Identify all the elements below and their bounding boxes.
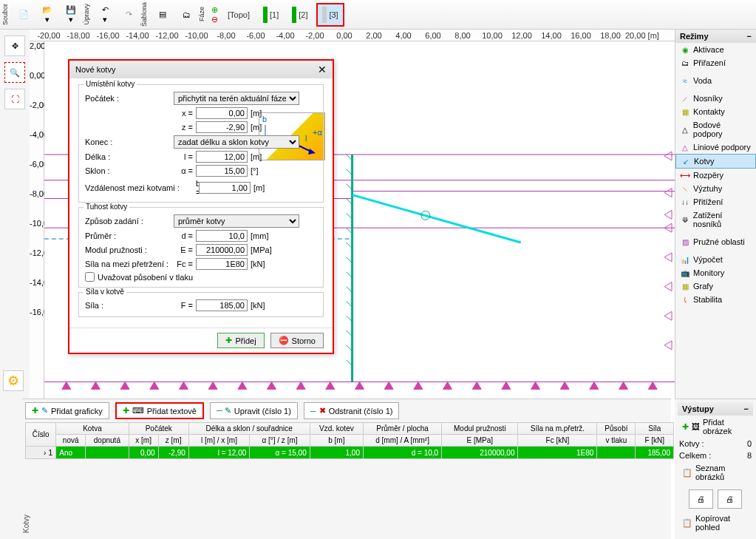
svg-marker-28 [150, 382, 159, 389]
image-list-button[interactable]: 📋 Seznam obrázků [678, 461, 753, 484]
remove-button[interactable]: ─ ✖Odstranit (číslo 1) [304, 402, 400, 419]
mode-monitory[interactable]: 📺Monitory [675, 266, 756, 279]
svg-marker-31 [238, 382, 247, 389]
mode-liniove[interactable]: △Liniové podpory [675, 140, 756, 154]
modulus-input[interactable] [196, 244, 248, 256]
close-icon[interactable]: ✕ [318, 64, 327, 75]
col-sila: Síla [636, 423, 674, 435]
svg-marker-35 [355, 382, 364, 389]
mode-aktivace[interactable]: ◉Aktivace [675, 43, 756, 56]
mode-prirazeni[interactable]: 🗂Přiřazení [675, 56, 756, 70]
end-select[interactable]: zadat délku a sklon kotvy [174, 135, 299, 149]
svg-marker-40 [502, 382, 511, 389]
new-anchors-dialog: Nové kotvy ✕ b[x,z]l+α Umístění kotvy Po… [68, 59, 334, 354]
menu-upravy[interactable]: Úpravy [83, 4, 90, 25]
col-delka: Délka a sklon / souřadnice [188, 423, 310, 435]
bottom-panel: ✚ ✎Přidat graficky ✚⌨Přidat textově ─ ✎U… [22, 399, 671, 539]
edit-button[interactable]: ─ ✎Upravit (číslo 1) [210, 402, 298, 419]
svg-marker-48 [664, 210, 672, 219]
svg-marker-29 [180, 382, 188, 389]
compression-checkbox[interactable] [85, 272, 95, 282]
col-pocatek: Počátek [129, 423, 188, 435]
diameter-input[interactable] [196, 230, 248, 242]
outputs-title: Výstupy [682, 404, 714, 413]
svg-marker-42 [560, 382, 569, 389]
redo-icon[interactable]: ↷ [118, 2, 140, 27]
zoom-tool-icon[interactable]: 🔍 [4, 62, 25, 83]
new-file-icon[interactable]: 📄 [13, 2, 35, 27]
mode-vyztuhy[interactable]: ⟍Výztuhy [675, 182, 756, 195]
svg-marker-38 [443, 382, 452, 389]
svg-marker-43 [590, 382, 599, 389]
svg-marker-37 [414, 382, 423, 389]
mode-zatizeni[interactable]: ⟱Zatížení nosníků [675, 209, 756, 231]
col-modul: Modul pružnosti [442, 423, 518, 435]
svg-marker-52 [664, 311, 672, 320]
minimize-icon[interactable]: − [747, 32, 752, 41]
mode-stabilita[interactable]: ⤹Stabilita [675, 293, 756, 306]
add-graphically-button[interactable]: ✚ ✎Přidat graficky [25, 402, 109, 419]
phase-topo[interactable]: [Topo] [223, 8, 254, 21]
settings-icon[interactable]: ⚙ [3, 370, 24, 391]
slope-input[interactable] [196, 165, 248, 177]
add-image-button[interactable]: ✚🖼 Přidat obrázek [678, 416, 753, 438]
mode-pruzne[interactable]: ▨Pružné oblasti [675, 235, 756, 248]
table-row[interactable]: › 1 Ano 0,00-2,90 l = 12,00α = 15,00 1,0… [26, 447, 674, 459]
menu-faze[interactable]: Fáze [198, 7, 205, 21]
col-vzd: Vzd. kotev [310, 423, 363, 435]
length-input[interactable] [196, 151, 248, 163]
copy-view-button[interactable]: 📋 Kopírovat pohled [678, 512, 753, 534]
add-textually-button[interactable]: ✚⌨Přidat textově [115, 402, 204, 419]
force-input[interactable] [196, 299, 248, 311]
undo-icon[interactable]: ↶▾ [94, 2, 116, 27]
break-force-input[interactable] [196, 258, 248, 270]
save-file-icon[interactable]: 💾▾ [60, 2, 82, 27]
layers-icon[interactable]: 🗂 [175, 2, 197, 27]
origin-select[interactable]: přichytit na terén aktuální fáze [174, 92, 299, 105]
svg-marker-25 [62, 382, 71, 389]
phase-3[interactable]: [3] [316, 3, 344, 27]
add-button[interactable]: ✚Přidej [217, 333, 264, 348]
mode-kotvy[interactable]: ↙Kotvy [675, 154, 756, 169]
phase-add-remove[interactable]: ⊕⊖ [211, 5, 218, 24]
menu-sablona[interactable]: Šablona [140, 2, 148, 27]
phase-1[interactable]: [1] [259, 4, 283, 25]
minimize-icon[interactable]: − [744, 404, 749, 413]
ruler-horizontal: -20,00-18,00-16,00-14,00-12,00-10,00-8,0… [30, 30, 675, 41]
svg-marker-53 [664, 341, 672, 350]
stiffness-mode-select[interactable]: průměr kotvy [174, 214, 299, 228]
svg-marker-30 [208, 382, 217, 389]
anchors-table: Číslo Kotva Počátek Délka a sklon / souř… [25, 422, 674, 459]
x-input[interactable] [196, 107, 248, 119]
mode-vypocet[interactable]: 📊Výpočet [675, 253, 756, 266]
col-kotva: Kotva [56, 423, 129, 435]
menu-soubor[interactable]: Soubor [1, 4, 9, 25]
svg-marker-45 [648, 382, 657, 389]
modes-title: Režimy [680, 32, 709, 41]
svg-marker-36 [384, 382, 393, 389]
col-pusobi: Působí [597, 423, 636, 435]
mode-nosniky[interactable]: ⟋Nosníky [675, 92, 756, 105]
main-toolbar: Soubor 📄 📂▾ 💾▾ Úpravy ↶▾ ↷ Šablona ▤ 🗂 F… [0, 0, 756, 30]
mode-kontakty[interactable]: ▦Kontakty [675, 105, 756, 118]
z-input[interactable] [196, 121, 248, 133]
mode-grafy[interactable]: ▦Grafy [675, 279, 756, 293]
move-tool-icon[interactable]: ✥ [4, 35, 25, 56]
mode-pritizeni[interactable]: ↓↓Přitížení [675, 195, 756, 209]
print-icon[interactable]: 🖨 [689, 489, 713, 509]
print-color-icon[interactable]: 🖨 [718, 489, 742, 509]
mode-bodove[interactable]: △Bodové podpory [675, 118, 756, 140]
extents-tool-icon[interactable]: ⛶ [4, 89, 25, 109]
col-cislo: Číslo [26, 423, 56, 447]
svg-marker-44 [619, 382, 628, 389]
spacing-input[interactable] [199, 182, 251, 194]
svg-marker-32 [268, 382, 276, 389]
svg-marker-26 [91, 382, 100, 389]
mode-rozpery[interactable]: ⟷Rozpěry [675, 169, 756, 182]
phase-2[interactable]: [2] [287, 4, 312, 25]
open-file-icon[interactable]: 📂▾ [36, 2, 58, 27]
mode-voda[interactable]: ≈Voda [675, 74, 756, 87]
panel-side-label: Kotvy [22, 510, 30, 538]
template-icon[interactable]: ▤ [151, 2, 174, 27]
cancel-button[interactable]: ⛔Storno [270, 333, 324, 348]
